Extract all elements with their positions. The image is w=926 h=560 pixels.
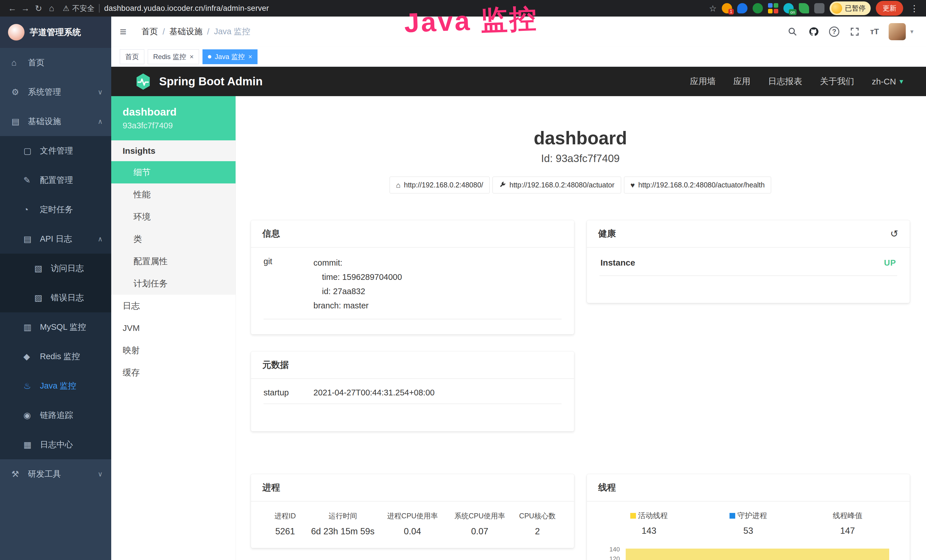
tab-redis-monitor[interactable]: Redis 监控 × (148, 49, 199, 64)
database-icon: ▥ (23, 322, 36, 332)
sba-item-classes[interactable]: 类 (111, 228, 236, 250)
startup-value: 2021-04-27T00:44:31.254+08:00 (313, 387, 561, 397)
font-size-icon[interactable]: тT (870, 27, 879, 36)
bookmark-star-icon[interactable]: ☆ (709, 3, 717, 14)
annotation-java-monitor: Java 监控 (404, 1, 539, 42)
close-icon[interactable]: × (190, 53, 194, 60)
avatar-caret-icon[interactable]: ▾ (910, 28, 914, 35)
sidebar-item-tracing[interactable]: ◉ 链路追踪 (0, 401, 111, 430)
github-icon[interactable] (808, 26, 819, 37)
document-icon: ▧ (34, 263, 47, 273)
health-card: 健康 ↺ Instance UP (587, 220, 910, 303)
sba-brand-title[interactable]: Spring Boot Admin (159, 75, 263, 88)
breadcrumb-home[interactable]: 首页 (141, 26, 158, 37)
instance-header[interactable]: dashboard 93a3fc7f7409 (111, 96, 236, 140)
chevron-down-icon: ∨ (98, 88, 103, 96)
sidebar-item-home[interactable]: ⌂ 首页 (0, 48, 111, 77)
legend-swatch-live (630, 513, 636, 519)
sidebar-item-dev-tools[interactable]: ⚒ 研发工具 ∨ (0, 459, 111, 489)
forward-icon[interactable]: → (19, 2, 32, 15)
tab-home[interactable]: 首页 (120, 49, 144, 64)
extension-badge: 1 (728, 9, 734, 15)
sba-item-jvm[interactable]: JVM (111, 317, 236, 339)
search-icon[interactable] (787, 26, 798, 37)
user-avatar[interactable] (889, 23, 906, 40)
extension-icon-grid[interactable] (768, 3, 778, 14)
cpu-cores-value: 2 (513, 526, 561, 537)
extension-icon-leaf[interactable] (799, 3, 809, 14)
close-icon[interactable]: × (248, 53, 252, 60)
app-window: 芋道管理系统 ⌂ 首页 ⚙ 系统管理 ∨ ▤ 基础设施 ∧ ▢ (0, 17, 926, 560)
cards-grid: 信息 git commit: time: 1596289704000 id: 2… (251, 220, 910, 560)
sidebar-item-redis-monitor[interactable]: ◆ Redis 监控 (0, 342, 111, 371)
fullscreen-icon[interactable] (849, 26, 860, 37)
sidebar-item-config-management[interactable]: ✎ 配置管理 (0, 165, 111, 195)
sba-item-mappings[interactable]: 映射 (111, 339, 236, 362)
sidebar-item-api-logs[interactable]: ▤ API 日志 ∧ (0, 224, 111, 254)
page-title: dashboard (251, 128, 910, 148)
back-icon[interactable]: ← (6, 2, 19, 15)
profile-paused-badge[interactable]: 已暂停 (830, 2, 871, 15)
sidebar-item-file-management[interactable]: ▢ 文件管理 (0, 136, 111, 165)
java-icon: ♨ (23, 381, 36, 391)
heart-icon: ♥ (631, 182, 635, 189)
sba-nav-applications[interactable]: 应用 (733, 76, 750, 87)
instance-id: 93a3fc7f7409 (123, 121, 224, 130)
sba-item-environment[interactable]: 环境 (111, 206, 236, 228)
sba-nav-wall[interactable]: 应用墙 (690, 76, 716, 87)
cards-left-column: 信息 git commit: time: 1596289704000 id: 2… (251, 220, 574, 560)
sidebar-item-error-log[interactable]: ▨ 错误日志 (0, 283, 111, 312)
sba-item-caches[interactable]: 缓存 (111, 362, 236, 384)
app-logo[interactable]: 芋道管理系统 (0, 17, 111, 48)
chevron-down-icon: ∨ (98, 470, 103, 478)
breadcrumb-infrastructure[interactable]: 基础设施 (169, 26, 203, 37)
security-label[interactable]: 不安全 (72, 3, 94, 14)
browser-menu-icon[interactable]: ⋮ (908, 3, 920, 14)
card-title: 健康 (598, 228, 616, 240)
edit-icon: ✎ (23, 175, 36, 185)
sidebar-item-log-center[interactable]: ▦ 日志中心 (0, 430, 111, 459)
redis-icon: ◆ (23, 351, 36, 362)
sba-item-logs[interactable]: 日志 (111, 295, 236, 317)
history-icon[interactable]: ↺ (890, 229, 899, 239)
dashboard-icon: ⌂ (11, 58, 24, 68)
locale-selector[interactable]: zh-CN ▾ (872, 77, 903, 86)
sba-body: dashboard 93a3fc7f7409 Insights 细节 性能 环境… (111, 96, 926, 560)
extension-icon-green[interactable] (753, 3, 763, 14)
extension-icon-orange[interactable]: 1 (722, 3, 732, 14)
tab-java-monitor[interactable]: Java 监控 × (203, 49, 257, 64)
sidebar-item-system-management[interactable]: ⚙ 系统管理 ∨ (0, 77, 111, 107)
monitor-icon: ▤ (11, 117, 24, 126)
instance-links: ⌂ http://192.168.0.2:48080/ http://192.1… (251, 177, 910, 194)
refresh-icon[interactable]: ↻ (32, 2, 45, 15)
extension-icon-teal[interactable]: on (784, 3, 794, 14)
sidebar-item-scheduled-jobs[interactable]: ◔ 定时任务 (0, 195, 111, 224)
sidebar-item-mysql-monitor[interactable]: ▥ MySQL 监控 (0, 312, 111, 342)
sba-item-scheduled-tasks[interactable]: 计划任务 (111, 272, 236, 295)
service-url-link[interactable]: ⌂ http://192.168.0.2:48080/ (390, 177, 490, 194)
url-text[interactable]: dashboard.yudao.iocoder.cn/infra/admin-s… (104, 4, 269, 13)
sba-item-metrics[interactable]: 性能 (111, 183, 236, 206)
extensions-puzzle-icon[interactable] (814, 3, 825, 14)
sba-content: dashboard Id: 93a3fc7f7409 ⌂ http://192.… (236, 96, 926, 560)
breadcrumb-separator: / (207, 27, 209, 36)
sba-item-details[interactable]: 细节 (111, 161, 236, 183)
toolbox-icon: ⚒ (11, 469, 24, 479)
hamburger-icon[interactable]: ≡ (120, 26, 135, 38)
health-url-link[interactable]: ♥ http://192.168.0.2:48080/actuator/heal… (624, 177, 772, 194)
actuator-url-link[interactable]: http://192.168.0.2:48080/actuator (493, 177, 621, 194)
extension-icon-drop[interactable] (737, 3, 747, 14)
health-instance-row[interactable]: Instance UP (599, 256, 897, 276)
sba-item-config-props[interactable]: 配置属性 (111, 250, 236, 272)
sidebar-item-java-monitor[interactable]: ♨ Java 监控 (0, 371, 111, 401)
help-icon[interactable]: ? (829, 27, 839, 37)
sba-nav-journal[interactable]: 日志报表 (768, 76, 802, 87)
chrome-update-button[interactable]: 更新 (876, 1, 903, 16)
tags-view: 首页 Redis 监控 × Java 监控 × (111, 47, 926, 67)
sba-navbar: Spring Boot Admin 应用墙 应用 日志报表 关于我们 zh-CN… (111, 67, 926, 96)
sidebar-item-access-log[interactable]: ▧ 访问日志 (0, 254, 111, 283)
sidebar-item-infrastructure[interactable]: ▤ 基础设施 ∧ (0, 107, 111, 136)
address-bar[interactable]: ⚠ 不安全 dashboard.yudao.iocoder.cn/infra/a… (63, 3, 269, 14)
sba-nav-about[interactable]: 关于我们 (820, 76, 854, 87)
home-icon[interactable]: ⌂ (45, 2, 58, 15)
